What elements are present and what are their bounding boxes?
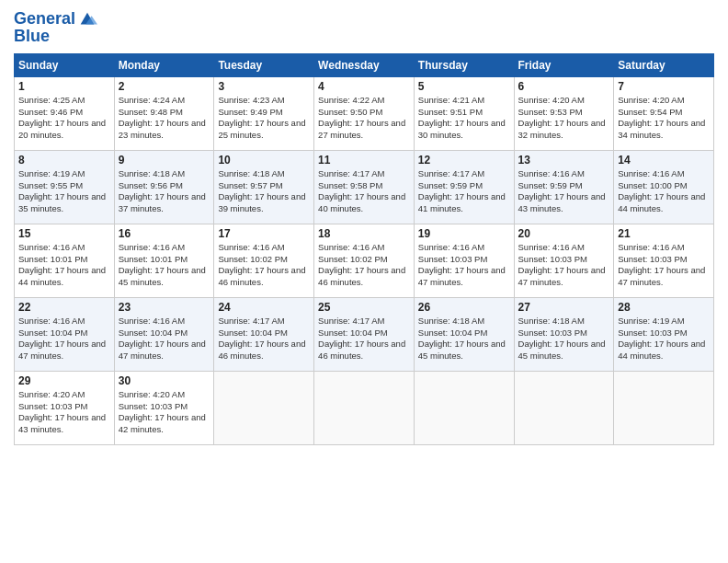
day-number: 30 xyxy=(119,374,210,387)
day-info: Sunrise: 4:25 AMSunset: 9:46 PMDaylight:… xyxy=(18,95,106,140)
day-info: Sunrise: 4:18 AMSunset: 10:03 PMDaylight… xyxy=(518,316,606,361)
day-number: 13 xyxy=(518,154,610,167)
day-number: 12 xyxy=(418,154,510,167)
calendar-cell xyxy=(214,371,314,444)
calendar-cell: 12 Sunrise: 4:17 AMSunset: 9:59 PMDaylig… xyxy=(414,150,514,224)
day-info: Sunrise: 4:16 AMSunset: 10:02 PMDaylight… xyxy=(218,242,305,287)
calendar-cell: 28 Sunrise: 4:19 AMSunset: 10:03 PMDayli… xyxy=(614,297,714,371)
day-number: 25 xyxy=(318,301,410,314)
calendar-cell: 25 Sunrise: 4:17 AMSunset: 10:04 PMDayli… xyxy=(314,297,415,371)
day-info: Sunrise: 4:17 AMSunset: 10:04 PMDaylight… xyxy=(218,316,305,361)
day-info: Sunrise: 4:20 AMSunset: 9:54 PMDaylight:… xyxy=(618,95,705,140)
day-info: Sunrise: 4:16 AMSunset: 10:02 PMDaylight… xyxy=(318,242,405,287)
calendar-cell: 16 Sunrise: 4:16 AMSunset: 10:01 PMDayli… xyxy=(114,224,214,297)
weekday-header: Saturday xyxy=(614,53,714,76)
page: General Blue SundayMondayTuesdayWednesda… xyxy=(0,0,728,563)
day-info: Sunrise: 4:16 AMSunset: 10:03 PMDaylight… xyxy=(518,242,606,287)
day-number: 29 xyxy=(18,374,110,387)
day-info: Sunrise: 4:17 AMSunset: 10:04 PMDaylight… xyxy=(318,316,405,361)
day-info: Sunrise: 4:16 AMSunset: 10:04 PMDaylight… xyxy=(18,316,106,361)
day-number: 21 xyxy=(618,227,710,240)
calendar-cell xyxy=(514,371,614,444)
calendar-cell: 9 Sunrise: 4:18 AMSunset: 9:56 PMDayligh… xyxy=(114,150,214,224)
day-info: Sunrise: 4:16 AMSunset: 10:01 PMDaylight… xyxy=(119,242,206,287)
calendar-table: SundayMondayTuesdayWednesdayThursdayFrid… xyxy=(14,53,714,445)
day-number: 1 xyxy=(18,80,110,93)
calendar-cell: 15 Sunrise: 4:16 AMSunset: 10:01 PMDayli… xyxy=(15,224,115,297)
day-number: 16 xyxy=(119,227,210,240)
day-info: Sunrise: 4:16 AMSunset: 10:00 PMDaylight… xyxy=(618,168,705,213)
calendar-cell xyxy=(414,371,514,444)
day-info: Sunrise: 4:20 AMSunset: 10:03 PMDaylight… xyxy=(18,389,106,434)
calendar-cell xyxy=(314,371,415,444)
calendar-cell: 10 Sunrise: 4:18 AMSunset: 9:57 PMDaylig… xyxy=(214,150,314,224)
day-info: Sunrise: 4:18 AMSunset: 9:57 PMDaylight:… xyxy=(218,168,305,213)
day-info: Sunrise: 4:19 AMSunset: 9:55 PMDaylight:… xyxy=(18,168,106,213)
logo-subtext: Blue xyxy=(14,28,97,46)
weekday-header: Wednesday xyxy=(314,53,415,76)
logo-text: General xyxy=(14,10,75,29)
calendar-cell: 7 Sunrise: 4:20 AMSunset: 9:54 PMDayligh… xyxy=(614,76,714,150)
calendar-cell xyxy=(614,371,714,444)
day-number: 15 xyxy=(18,227,110,240)
day-info: Sunrise: 4:22 AMSunset: 9:50 PMDaylight:… xyxy=(318,95,405,140)
header: General Blue xyxy=(14,9,714,46)
day-info: Sunrise: 4:18 AMSunset: 9:56 PMDaylight:… xyxy=(119,168,206,213)
day-number: 10 xyxy=(218,154,310,167)
day-info: Sunrise: 4:19 AMSunset: 10:03 PMDaylight… xyxy=(618,316,705,361)
calendar-cell: 1 Sunrise: 4:25 AMSunset: 9:46 PMDayligh… xyxy=(15,76,115,150)
day-info: Sunrise: 4:16 AMSunset: 10:04 PMDaylight… xyxy=(119,316,206,361)
calendar-cell: 11 Sunrise: 4:17 AMSunset: 9:58 PMDaylig… xyxy=(314,150,415,224)
calendar-cell: 14 Sunrise: 4:16 AMSunset: 10:00 PMDayli… xyxy=(614,150,714,224)
calendar-cell: 18 Sunrise: 4:16 AMSunset: 10:02 PMDayli… xyxy=(314,224,415,297)
day-info: Sunrise: 4:16 AMSunset: 9:59 PMDaylight:… xyxy=(518,168,606,213)
weekday-header: Monday xyxy=(114,53,214,76)
day-number: 24 xyxy=(218,301,310,314)
calendar-cell: 19 Sunrise: 4:16 AMSunset: 10:03 PMDayli… xyxy=(414,224,514,297)
calendar-cell: 6 Sunrise: 4:20 AMSunset: 9:53 PMDayligh… xyxy=(514,76,614,150)
day-number: 17 xyxy=(218,227,310,240)
weekday-header: Friday xyxy=(514,53,614,76)
day-info: Sunrise: 4:21 AMSunset: 9:51 PMDaylight:… xyxy=(418,95,506,140)
calendar-cell: 27 Sunrise: 4:18 AMSunset: 10:03 PMDayli… xyxy=(514,297,614,371)
calendar-cell: 5 Sunrise: 4:21 AMSunset: 9:51 PMDayligh… xyxy=(414,76,514,150)
day-number: 19 xyxy=(418,227,510,240)
calendar-cell: 23 Sunrise: 4:16 AMSunset: 10:04 PMDayli… xyxy=(114,297,214,371)
calendar-cell: 29 Sunrise: 4:20 AMSunset: 10:03 PMDayli… xyxy=(15,371,115,444)
calendar-cell: 26 Sunrise: 4:18 AMSunset: 10:04 PMDayli… xyxy=(414,297,514,371)
day-number: 9 xyxy=(119,154,210,167)
day-number: 20 xyxy=(518,227,610,240)
day-info: Sunrise: 4:18 AMSunset: 10:04 PMDaylight… xyxy=(418,316,506,361)
day-info: Sunrise: 4:16 AMSunset: 10:03 PMDaylight… xyxy=(418,242,506,287)
day-info: Sunrise: 4:16 AMSunset: 10:03 PMDaylight… xyxy=(618,242,705,287)
calendar-cell: 22 Sunrise: 4:16 AMSunset: 10:04 PMDayli… xyxy=(15,297,115,371)
day-info: Sunrise: 4:16 AMSunset: 10:01 PMDaylight… xyxy=(18,242,106,287)
calendar-cell: 13 Sunrise: 4:16 AMSunset: 9:59 PMDaylig… xyxy=(514,150,614,224)
calendar-cell: 4 Sunrise: 4:22 AMSunset: 9:50 PMDayligh… xyxy=(314,76,415,150)
day-info: Sunrise: 4:23 AMSunset: 9:49 PMDaylight:… xyxy=(218,95,305,140)
calendar-cell: 21 Sunrise: 4:16 AMSunset: 10:03 PMDayli… xyxy=(614,224,714,297)
weekday-header: Sunday xyxy=(15,53,115,76)
day-number: 28 xyxy=(618,301,710,314)
day-info: Sunrise: 4:17 AMSunset: 9:59 PMDaylight:… xyxy=(418,168,506,213)
weekday-header: Tuesday xyxy=(214,53,314,76)
calendar-cell: 30 Sunrise: 4:20 AMSunset: 10:03 PMDayli… xyxy=(114,371,214,444)
day-number: 11 xyxy=(318,154,410,167)
logo-icon xyxy=(77,9,97,29)
day-info: Sunrise: 4:20 AMSunset: 10:03 PMDaylight… xyxy=(119,389,206,434)
calendar-cell: 3 Sunrise: 4:23 AMSunset: 9:49 PMDayligh… xyxy=(214,76,314,150)
weekday-header: Thursday xyxy=(414,53,514,76)
day-number: 2 xyxy=(119,80,210,93)
day-number: 3 xyxy=(218,80,310,93)
day-number: 18 xyxy=(318,227,410,240)
day-info: Sunrise: 4:20 AMSunset: 9:53 PMDaylight:… xyxy=(518,95,606,140)
day-number: 27 xyxy=(518,301,610,314)
calendar-cell: 8 Sunrise: 4:19 AMSunset: 9:55 PMDayligh… xyxy=(15,150,115,224)
day-number: 22 xyxy=(18,301,110,314)
calendar-cell: 24 Sunrise: 4:17 AMSunset: 10:04 PMDayli… xyxy=(214,297,314,371)
day-info: Sunrise: 4:17 AMSunset: 9:58 PMDaylight:… xyxy=(318,168,405,213)
day-number: 7 xyxy=(618,80,710,93)
day-info: Sunrise: 4:24 AMSunset: 9:48 PMDaylight:… xyxy=(119,95,206,140)
calendar-cell: 2 Sunrise: 4:24 AMSunset: 9:48 PMDayligh… xyxy=(114,76,214,150)
day-number: 4 xyxy=(318,80,410,93)
